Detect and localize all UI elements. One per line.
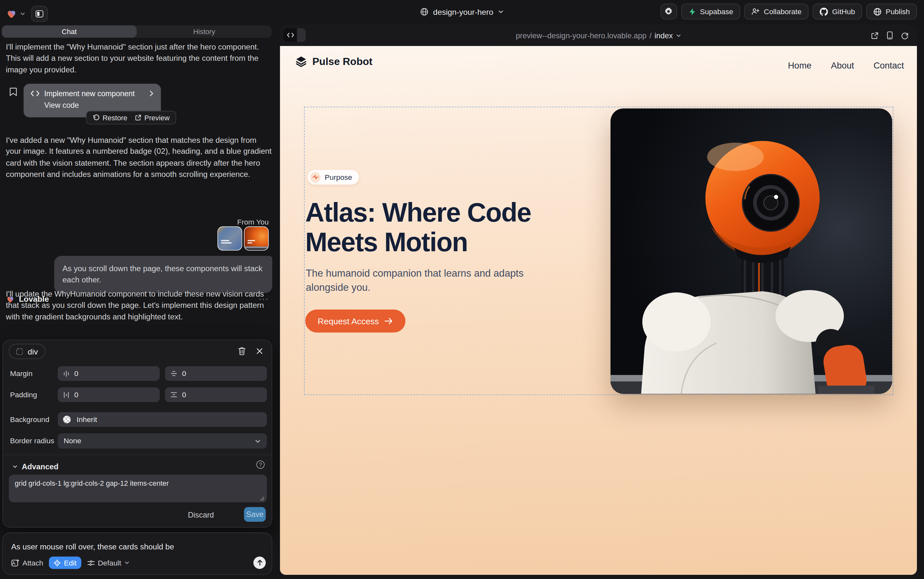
chat-composer: As user mouse roll over, these cards sho… xyxy=(2,532,272,575)
margin-y-icon xyxy=(170,370,178,377)
code-icon xyxy=(31,90,39,96)
bookmark-icon[interactable] xyxy=(9,87,17,96)
resize-handle-icon[interactable] xyxy=(260,496,264,501)
publish-label: Publish xyxy=(886,7,910,16)
logo-menu-chevron-icon[interactable] xyxy=(20,11,25,16)
chevron-down-icon xyxy=(255,438,261,444)
margin-x-input[interactable]: 0 xyxy=(58,366,160,381)
layers-icon xyxy=(294,55,307,67)
assistant-message-3: I'll update the WhyHumanoid component to… xyxy=(6,288,271,323)
badge-label: Purpose xyxy=(325,173,352,182)
arrow-right-icon xyxy=(384,317,393,325)
top-bar: design-your-hero Supabase Collaborate Gi… xyxy=(0,0,924,23)
padding-y-icon xyxy=(170,391,178,398)
background-input[interactable]: Inherit xyxy=(58,412,267,427)
nav-about[interactable]: About xyxy=(831,60,854,70)
site-preview: Pulse Robot Home About Contact Purpose A… xyxy=(280,46,917,575)
padding-y-input[interactable]: 0 xyxy=(165,387,267,402)
attachment-thumbnail-blue[interactable] xyxy=(217,226,242,250)
lovable-logo-icon[interactable] xyxy=(6,8,17,20)
padding-x-icon xyxy=(63,391,69,398)
user-note-text: As you scroll down the page, these compo… xyxy=(62,263,264,286)
preview-pane: preview--design-your-hero.lovable.app / … xyxy=(280,25,917,575)
project-chevron-icon xyxy=(498,9,504,15)
github-button[interactable]: GitHub xyxy=(813,3,862,19)
open-in-new-window-icon[interactable] xyxy=(871,31,879,39)
url-chevron-icon xyxy=(676,33,681,38)
site-logo[interactable]: Pulse Robot xyxy=(294,55,372,67)
edit-mode-button[interactable]: Edit xyxy=(49,556,82,569)
composer-input[interactable]: As user mouse roll over, these cards sho… xyxy=(11,542,174,551)
attach-button[interactable]: Attach xyxy=(11,559,43,567)
url-page-selector[interactable]: index xyxy=(655,31,673,39)
margin-label: Margin xyxy=(10,370,33,378)
nav-home[interactable]: Home xyxy=(788,60,811,70)
supabase-icon xyxy=(688,7,696,16)
advanced-chevron-icon xyxy=(12,464,17,469)
robot-hero-image xyxy=(611,108,892,394)
background-label: Background xyxy=(10,415,49,424)
selected-element-pill[interactable]: div xyxy=(9,344,45,359)
project-switcher[interactable]: design-your-hero xyxy=(420,0,504,23)
assistant-message-2: I've added a new "Why Humanoid" section … xyxy=(6,134,272,180)
target-icon xyxy=(54,559,61,566)
attach-image-icon xyxy=(11,559,20,567)
close-inspector-icon[interactable] xyxy=(256,348,263,354)
view-code-link[interactable]: View code xyxy=(44,101,153,110)
selected-element-tag: div xyxy=(28,347,38,356)
settings-gear-button[interactable] xyxy=(660,3,677,19)
mobile-view-icon[interactable] xyxy=(887,31,893,39)
delete-element-icon[interactable] xyxy=(238,347,246,355)
model-chevron-icon xyxy=(124,560,129,565)
chat-tab-bar: Chat History xyxy=(2,25,271,38)
preview-toolbar: preview--design-your-hero.lovable.app / … xyxy=(280,25,917,46)
external-link-icon xyxy=(135,114,142,121)
margin-y-input[interactable]: 0 xyxy=(165,366,267,381)
collaborate-people-icon xyxy=(751,8,760,15)
sidebar-toggle-button[interactable] xyxy=(31,6,47,21)
lovable-app-window: design-your-hero Supabase Collaborate Gi… xyxy=(0,0,924,579)
save-button[interactable]: Save xyxy=(244,507,266,522)
preview-button[interactable]: Preview xyxy=(135,114,170,122)
from-you-label: From You xyxy=(237,218,269,226)
border-radius-select[interactable]: None xyxy=(58,433,267,449)
dashed-selection-icon xyxy=(16,348,23,355)
nav-contact[interactable]: Contact xyxy=(873,60,904,70)
pulse-icon xyxy=(310,172,320,182)
assistant-message-1: I'll implement the "Why Humanoid" sectio… xyxy=(6,41,271,75)
restore-icon xyxy=(93,114,100,121)
discard-button[interactable]: Discard xyxy=(188,510,214,519)
advanced-section-header[interactable]: Advanced ? xyxy=(3,455,272,474)
project-name: design-your-hero xyxy=(433,7,493,16)
collaborate-button[interactable]: Collaborate xyxy=(744,3,808,19)
border-radius-label: Border radius xyxy=(10,437,54,445)
hero-subheading: The humanoid companion that learns and a… xyxy=(306,267,531,294)
supabase-label: Supabase xyxy=(700,7,733,16)
request-access-button[interactable]: Request Access xyxy=(305,309,405,332)
chevron-right-icon xyxy=(149,90,154,96)
sliders-icon xyxy=(87,559,95,566)
restore-button[interactable]: Restore xyxy=(93,114,127,122)
purpose-badge: Purpose xyxy=(308,170,359,185)
attachment-thumbnail-orange[interactable] xyxy=(244,226,269,250)
component-card-title: Implement new component xyxy=(44,89,135,98)
tab-chat[interactable]: Chat xyxy=(2,25,137,38)
transparent-swatch-icon xyxy=(63,415,71,423)
publish-globe-icon xyxy=(873,7,882,16)
margin-x-icon xyxy=(63,370,69,377)
site-nav: Home About Contact xyxy=(788,60,904,70)
padding-label: Padding xyxy=(10,391,37,399)
refresh-icon[interactable] xyxy=(901,31,909,39)
padding-x-input[interactable]: 0 xyxy=(58,387,160,402)
advanced-label: Advanced xyxy=(22,462,59,471)
tailwind-classes-textarea[interactable]: grid grid-cols-1 lg:grid-cols-2 gap-12 i… xyxy=(9,474,267,502)
github-icon xyxy=(820,7,828,16)
publish-button[interactable]: Publish xyxy=(866,3,917,19)
tab-history[interactable]: History xyxy=(137,25,272,38)
supabase-button[interactable]: Supabase xyxy=(681,3,740,19)
send-button[interactable] xyxy=(253,556,266,569)
model-selector[interactable]: Default xyxy=(87,559,129,567)
help-icon[interactable]: ? xyxy=(256,460,264,469)
hero-heading: Atlas: Where Code Meets Motion xyxy=(305,198,560,257)
preview-url: preview--design-your-hero.lovable.app / … xyxy=(280,25,917,46)
